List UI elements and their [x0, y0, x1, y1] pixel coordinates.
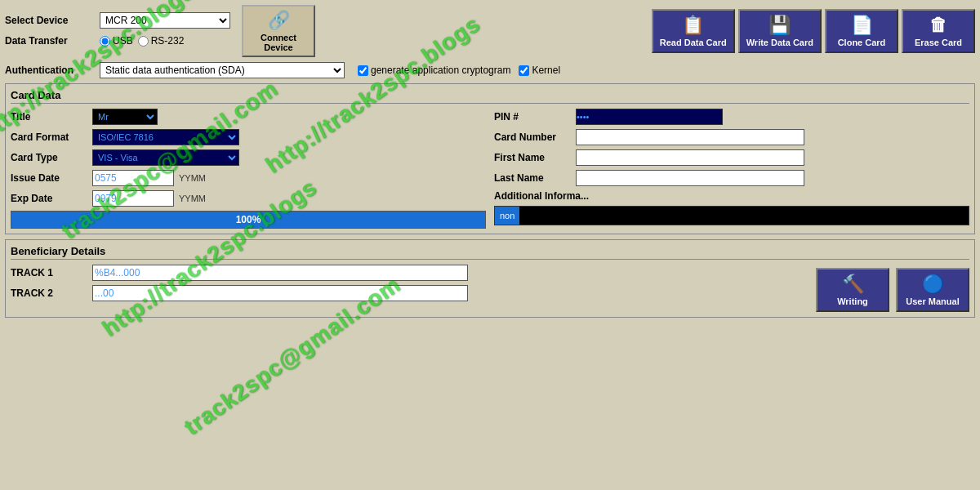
rs232-radio-label[interactable]: RS-232 [138, 35, 185, 47]
track2-label: TRACK 2 [11, 287, 92, 299]
progress-container: 100% [11, 211, 486, 229]
card-format-label: Card Format [11, 131, 92, 143]
exp-date-format: YYMM [179, 194, 206, 203]
clone-icon: 📄 [851, 15, 873, 36]
card-data-right-col: PIN # Card Number First Name Last Name [494, 109, 969, 229]
data-transfer-row: Data Transfer USB RS-232 [5, 35, 230, 47]
progress-bar: 100% [11, 212, 485, 228]
data-transfer-label: Data Transfer [5, 35, 95, 47]
connect-label: ConnectDevice [261, 33, 296, 52]
beneficiary-title: Beneficiary Details [11, 245, 969, 260]
read-data-card-label: Read Data Card [660, 38, 727, 47]
additional-info-row: Additional Informa... [494, 190, 969, 202]
usb-radio-label[interactable]: USB [100, 35, 133, 47]
last-name-input[interactable] [576, 170, 804, 186]
read-data-card-button[interactable]: 📋 Read Data Card [652, 9, 735, 53]
kernel-label[interactable]: Kernel [519, 65, 560, 76]
rs232-label: RS-232 [151, 35, 185, 47]
erase-card-button[interactable]: 🗑 Erase Card [902, 9, 975, 53]
progress-value: 100% [236, 214, 261, 225]
write-data-card-button[interactable]: 💾 Write Data Card [738, 9, 822, 53]
user-manual-button[interactable]: 🔵 User Manual [896, 268, 969, 312]
writing-label: Writing [837, 296, 868, 306]
issue-date-input[interactable] [92, 170, 174, 186]
writing-icon: 🔨 [842, 274, 864, 295]
title-label: Title [11, 111, 92, 122]
card-number-label: Card Number [494, 131, 576, 143]
generate-cryptogram-checkbox[interactable] [358, 65, 368, 76]
track1-row: TRACK 1 [11, 265, 809, 281]
card-data-columns: Title MrMrsMsDr Card Format ISO/IEC 7816… [11, 109, 969, 229]
auth-label: Authentication [5, 65, 95, 76]
card-type-label: Card Type [11, 152, 92, 163]
clone-card-label: Clone Card [838, 38, 886, 47]
beneficiary-tracks: TRACK 1 TRACK 2 [11, 265, 809, 305]
generate-cryptogram-text: generate application cryptogram [371, 65, 510, 76]
pin-label: PIN # [494, 111, 576, 122]
device-row: Select Device MCR 200MCR 100MCR 300 [5, 12, 230, 29]
exp-date-label: Exp Date [11, 193, 92, 204]
kernel-text: Kernel [532, 65, 560, 76]
track1-input[interactable] [92, 265, 468, 281]
first-name-row: First Name [494, 149, 969, 166]
card-data-section: Card Data Title MrMrsMsDr Card Format IS… [5, 83, 975, 234]
auth-row: Authentication Static data authenticatio… [5, 62, 975, 78]
card-type-row: Card Type VIS - VisaMC - MasterCardAMEX [11, 149, 486, 166]
card-type-select[interactable]: VIS - VisaMC - MasterCardAMEX [92, 149, 239, 166]
usb-label: USB [113, 35, 133, 47]
first-name-label: First Name [494, 152, 576, 163]
bottom-buttons: 🔨 Writing 🔵 User Manual [816, 268, 969, 312]
generate-cryptogram-label[interactable]: generate application cryptogram [358, 65, 510, 76]
additional-info-label: Additional Informa... [494, 190, 589, 202]
write-icon: 💾 [768, 15, 791, 36]
track2-row: TRACK 2 [11, 285, 809, 301]
exp-date-input[interactable] [92, 190, 174, 207]
erase-icon: 🗑 [929, 15, 947, 36]
card-format-row: Card Format ISO/IEC 7816ISO/IEC 7811Othe… [11, 129, 486, 145]
issue-date-format: YYMM [179, 173, 206, 183]
card-data-left-col: Title MrMrsMsDr Card Format ISO/IEC 7816… [11, 109, 486, 229]
card-data-title: Card Data [11, 89, 969, 104]
card-number-row: Card Number [494, 129, 969, 145]
connect-icon: 🔗 [268, 10, 290, 31]
select-device-label: Select Device [5, 15, 95, 26]
manual-icon: 🔵 [922, 274, 944, 295]
additional-info-value: non [495, 207, 519, 225]
track1-label: TRACK 1 [11, 267, 92, 278]
pin-row: PIN # [494, 109, 969, 125]
title-row: Title MrMrsMsDr [11, 109, 486, 125]
kernel-checkbox[interactable] [519, 65, 529, 76]
issue-date-label: Issue Date [11, 172, 92, 184]
last-name-label: Last Name [494, 172, 576, 184]
erase-card-label: Erase Card [915, 38, 962, 47]
top-toolbar: Select Device MCR 200MCR 100MCR 300 Data… [5, 5, 975, 57]
toolbar-buttons: 📋 Read Data Card 💾 Write Data Card 📄 Clo… [652, 9, 975, 53]
title-select[interactable]: MrMrsMsDr [92, 109, 158, 125]
additional-info-area: non [494, 206, 969, 225]
writing-button[interactable]: 🔨 Writing [816, 268, 889, 312]
auth-checkboxes: generate application cryptogram Kernel [358, 65, 560, 76]
beneficiary-section: Beneficiary Details TRACK 1 TRACK 2 🔨 Wr… [5, 239, 975, 318]
auth-select[interactable]: Static data authentication (SDA)Dynamic … [100, 62, 345, 78]
clone-card-button[interactable]: 📄 Clone Card [825, 9, 898, 53]
first-name-input[interactable] [576, 149, 804, 166]
device-select[interactable]: MCR 200MCR 100MCR 300 [100, 12, 230, 29]
connect-device-button[interactable]: 🔗 ConnectDevice [242, 5, 315, 57]
card-format-select[interactable]: ISO/IEC 7816ISO/IEC 7811Other [92, 129, 239, 145]
pin-input[interactable] [576, 109, 723, 125]
last-name-row: Last Name [494, 170, 969, 186]
read-icon: 📋 [682, 15, 704, 36]
issue-date-row: Issue Date YYMM [11, 170, 486, 186]
usb-radio[interactable] [100, 36, 110, 47]
write-data-card-label: Write Data Card [746, 38, 813, 47]
user-manual-label: User Manual [906, 296, 959, 306]
card-number-input[interactable] [576, 129, 804, 145]
track2-input[interactable] [92, 285, 468, 301]
exp-date-row: Exp Date YYMM [11, 190, 486, 207]
rs232-radio[interactable] [138, 36, 149, 47]
